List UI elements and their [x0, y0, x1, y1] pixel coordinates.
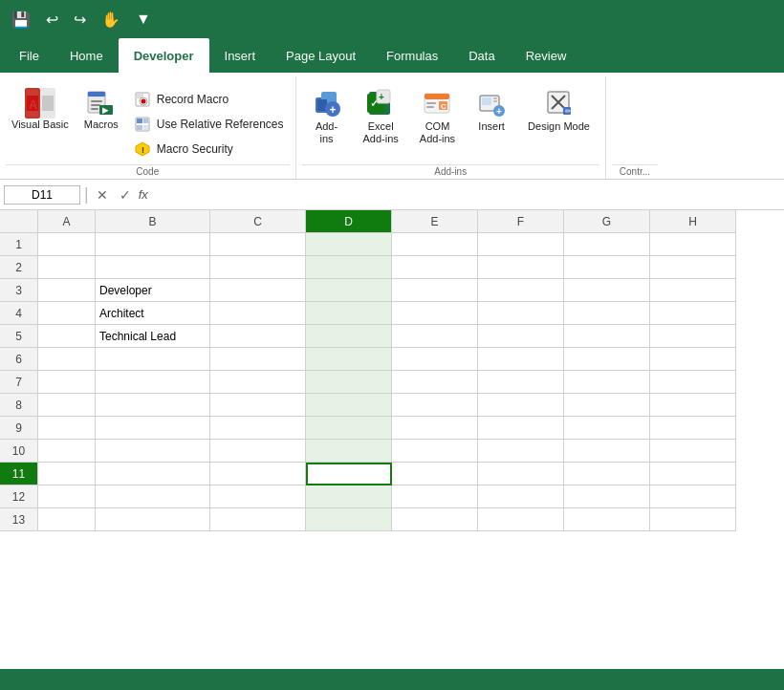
cell-C9[interactable]: [210, 417, 306, 440]
cell-H2[interactable]: [650, 256, 736, 279]
cell-B9[interactable]: [96, 417, 210, 440]
cell-D9[interactable]: [306, 417, 392, 440]
row-header-12[interactable]: 12: [0, 485, 38, 508]
cell-G1[interactable]: [564, 233, 650, 256]
cell-D8[interactable]: [306, 394, 392, 417]
cell-G5[interactable]: [564, 325, 650, 348]
tab-review[interactable]: Review: [511, 38, 582, 73]
tab-pagelayout[interactable]: Page Layout: [271, 38, 371, 73]
cell-B3[interactable]: Developer: [96, 279, 210, 302]
cell-E8[interactable]: [392, 394, 478, 417]
cell-A3[interactable]: [38, 279, 96, 302]
visual-basic-button[interactable]: A Visual Basic: [6, 84, 75, 135]
cell-D13[interactable]: [306, 508, 392, 531]
cell-F11[interactable]: [478, 463, 564, 485]
cell-E13[interactable]: [392, 508, 478, 531]
cell-G12[interactable]: [564, 485, 650, 508]
cell-reference-box[interactable]: [4, 185, 80, 205]
macro-security-button[interactable]: ! Macro Security: [128, 138, 290, 161]
cell-G9[interactable]: [564, 417, 650, 440]
cell-C2[interactable]: [210, 256, 306, 279]
cell-G3[interactable]: [564, 279, 650, 302]
cell-C4[interactable]: [210, 302, 306, 325]
cell-C12[interactable]: [210, 485, 306, 508]
cell-H12[interactable]: [650, 485, 736, 508]
record-macro-button[interactable]: Record Macro: [128, 88, 290, 111]
cell-B1[interactable]: [96, 233, 210, 256]
row-header-2[interactable]: 2: [0, 256, 38, 279]
cell-H11[interactable]: [650, 463, 736, 485]
row-header-10[interactable]: 10: [0, 440, 38, 463]
cell-B12[interactable]: [96, 485, 210, 508]
tab-data[interactable]: Data: [453, 38, 510, 73]
cell-B11[interactable]: [96, 463, 210, 485]
row-header-9[interactable]: 9: [0, 417, 38, 440]
cell-A9[interactable]: [38, 417, 96, 440]
cell-F13[interactable]: [478, 508, 564, 531]
row-header-8[interactable]: 8: [0, 394, 38, 417]
cell-E3[interactable]: [392, 279, 478, 302]
cell-E2[interactable]: [392, 256, 478, 279]
row-header-6[interactable]: 6: [0, 348, 38, 371]
redo-icon[interactable]: ↪: [70, 7, 90, 32]
cell-D1[interactable]: [306, 233, 392, 256]
col-header-c[interactable]: C: [210, 210, 306, 233]
cell-D3[interactable]: [306, 279, 392, 302]
row-header-13[interactable]: 13: [0, 508, 38, 531]
cell-C5[interactable]: [210, 325, 306, 348]
touch-icon[interactable]: ✋: [98, 7, 124, 32]
cell-C1[interactable]: [210, 233, 306, 256]
col-header-f[interactable]: F: [478, 210, 564, 233]
use-relative-references-button[interactable]: Use Relative References: [128, 113, 290, 136]
cell-H6[interactable]: [650, 348, 736, 371]
cell-A1[interactable]: [38, 233, 96, 256]
tab-file[interactable]: File: [4, 38, 54, 73]
cell-E7[interactable]: [392, 371, 478, 394]
cell-G7[interactable]: [564, 371, 650, 394]
cell-C7[interactable]: [210, 371, 306, 394]
cell-H8[interactable]: [650, 394, 736, 417]
cell-D7[interactable]: [306, 371, 392, 394]
row-header-1[interactable]: 1: [0, 233, 38, 256]
save-icon[interactable]: 💾: [8, 7, 34, 32]
cell-D4[interactable]: [306, 302, 392, 325]
col-header-e[interactable]: E: [392, 210, 478, 233]
cell-H7[interactable]: [650, 371, 736, 394]
col-header-h[interactable]: H: [650, 210, 736, 233]
tab-formulas[interactable]: Formulas: [371, 38, 453, 73]
cell-H13[interactable]: [650, 508, 736, 531]
cell-B8[interactable]: [96, 394, 210, 417]
add-ins-button[interactable]: + Add-ins: [302, 84, 352, 149]
cell-D10[interactable]: [306, 440, 392, 463]
cell-F6[interactable]: [478, 348, 564, 371]
tab-home[interactable]: Home: [54, 38, 119, 73]
cell-H1[interactable]: [650, 233, 736, 256]
cell-C11[interactable]: [210, 463, 306, 485]
cell-B4[interactable]: Architect: [96, 302, 210, 325]
cell-C8[interactable]: [210, 394, 306, 417]
cell-E4[interactable]: [392, 302, 478, 325]
cell-A10[interactable]: [38, 440, 96, 463]
col-header-d[interactable]: D: [306, 210, 392, 233]
cell-E11[interactable]: [392, 463, 478, 485]
cell-B13[interactable]: [96, 508, 210, 531]
cell-H10[interactable]: [650, 440, 736, 463]
row-header-4[interactable]: 4: [0, 302, 38, 325]
cell-B6[interactable]: [96, 348, 210, 371]
undo-icon[interactable]: ↩: [42, 7, 62, 32]
cell-B10[interactable]: [96, 440, 210, 463]
cell-B5[interactable]: Technical Lead: [96, 325, 210, 348]
col-header-g[interactable]: G: [564, 210, 650, 233]
customize-icon[interactable]: ▼: [132, 7, 155, 32]
tab-developer[interactable]: Developer: [119, 38, 209, 73]
cell-C3[interactable]: [210, 279, 306, 302]
cell-E5[interactable]: [392, 325, 478, 348]
cell-A2[interactable]: [38, 256, 96, 279]
row-header-7[interactable]: 7: [0, 371, 38, 394]
cell-G6[interactable]: [564, 348, 650, 371]
cell-G4[interactable]: [564, 302, 650, 325]
cell-A4[interactable]: [38, 302, 96, 325]
cell-C13[interactable]: [210, 508, 306, 531]
cell-H4[interactable]: [650, 302, 736, 325]
tab-insert[interactable]: Insert: [209, 38, 272, 73]
